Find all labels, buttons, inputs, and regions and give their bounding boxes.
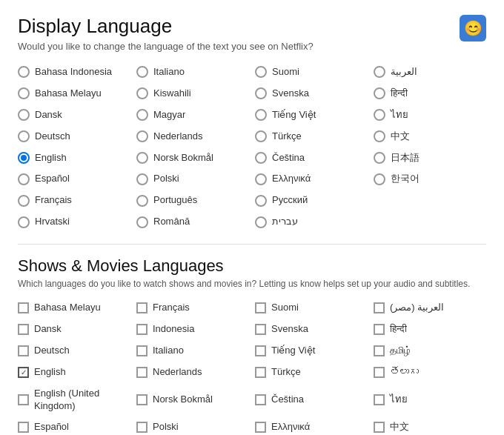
checkbox[interactable]: ✓ — [18, 367, 29, 378]
display-lang-item[interactable]: Italiano — [136, 64, 249, 81]
radio-button[interactable] — [374, 152, 385, 164]
radio-button[interactable] — [136, 87, 148, 99]
checkbox[interactable] — [255, 324, 266, 335]
checkbox[interactable] — [374, 367, 385, 378]
radio-button[interactable] — [136, 130, 148, 142]
checkbox[interactable] — [136, 345, 147, 356]
display-lang-item[interactable]: Português — [136, 192, 249, 209]
radio-button[interactable] — [374, 66, 385, 78]
radio-button[interactable] — [374, 173, 385, 185]
checkbox[interactable] — [374, 345, 385, 356]
checkbox[interactable] — [18, 422, 29, 433]
shows-lang-item[interactable]: ไทย — [374, 385, 486, 415]
shows-lang-item[interactable]: Italiano — [136, 342, 249, 359]
display-lang-item[interactable]: Русский — [255, 192, 368, 209]
shows-lang-item[interactable]: ✓English — [18, 364, 130, 381]
shows-lang-item[interactable]: English (United Kingdom) — [18, 385, 130, 415]
radio-button[interactable] — [255, 109, 267, 121]
radio-button[interactable] — [136, 195, 148, 207]
radio-button[interactable] — [255, 195, 267, 207]
radio-button[interactable] — [18, 130, 30, 142]
display-lang-item[interactable]: Polski — [136, 170, 249, 187]
display-lang-item[interactable]: हिन्दी — [374, 85, 486, 102]
shows-lang-item[interactable]: Español — [18, 419, 130, 435]
shows-lang-item[interactable]: Suomi — [255, 299, 368, 316]
display-lang-item[interactable]: Română — [136, 213, 249, 230]
radio-button[interactable] — [255, 173, 267, 185]
shows-lang-item[interactable]: Tiếng Việt — [255, 342, 368, 359]
radio-button[interactable] — [255, 152, 267, 164]
display-lang-item[interactable]: 한국어 — [374, 170, 486, 187]
shows-lang-item[interactable]: Nederlands — [136, 364, 249, 381]
radio-button[interactable] — [374, 87, 385, 99]
radio-button[interactable] — [18, 87, 30, 99]
radio-button[interactable] — [18, 195, 30, 207]
display-lang-item[interactable]: ไทย — [374, 107, 486, 124]
radio-button[interactable] — [255, 66, 267, 78]
shows-lang-item[interactable]: Čeština — [255, 385, 368, 415]
checkbox[interactable] — [136, 324, 147, 335]
checkbox[interactable] — [374, 324, 385, 335]
shows-lang-item[interactable]: Polski — [136, 419, 249, 435]
radio-button[interactable] — [136, 216, 148, 228]
display-lang-item[interactable]: English — [18, 150, 130, 167]
radio-button[interactable] — [18, 173, 30, 185]
radio-button[interactable] — [255, 216, 267, 228]
display-lang-item[interactable]: Suomi — [255, 64, 368, 81]
shows-lang-item[interactable]: Indonesia — [136, 321, 249, 338]
display-lang-item[interactable]: Türkçe — [255, 128, 368, 145]
radio-button[interactable] — [136, 173, 148, 185]
display-lang-item[interactable]: Norsk Bokmål — [136, 150, 249, 167]
display-lang-item[interactable]: Bahasa Indonesia — [18, 64, 130, 81]
display-lang-item[interactable]: Ελληνικά — [255, 170, 368, 187]
display-lang-item[interactable]: 日本語 — [374, 150, 486, 167]
checkbox[interactable] — [136, 422, 147, 433]
display-lang-item[interactable]: Español — [18, 170, 130, 187]
checkbox[interactable] — [255, 394, 266, 405]
shows-lang-item[interactable]: 中文 — [374, 419, 486, 435]
radio-button[interactable] — [374, 109, 385, 121]
checkbox[interactable] — [136, 302, 147, 313]
radio-button[interactable] — [18, 152, 30, 164]
radio-button[interactable] — [255, 87, 267, 99]
checkbox[interactable] — [18, 324, 29, 335]
shows-lang-item[interactable]: Deutsch — [18, 342, 130, 359]
shows-lang-item[interactable]: Norsk Bokmål — [136, 385, 249, 415]
checkbox[interactable] — [136, 394, 147, 405]
radio-button[interactable] — [18, 216, 30, 228]
checkbox[interactable] — [18, 302, 29, 313]
display-lang-item[interactable]: Hrvatski — [18, 213, 130, 230]
display-lang-item[interactable]: Français — [18, 192, 130, 209]
display-lang-item[interactable]: 中文 — [374, 128, 486, 145]
display-lang-item[interactable]: Dansk — [18, 107, 130, 124]
radio-button[interactable] — [18, 109, 30, 121]
radio-button[interactable] — [374, 130, 385, 142]
shows-lang-item[interactable]: தமிழ் — [374, 342, 486, 359]
display-lang-item[interactable]: Deutsch — [18, 128, 130, 145]
checkbox[interactable] — [18, 345, 29, 356]
display-lang-item[interactable] — [374, 213, 486, 230]
display-lang-item[interactable]: العربية — [374, 64, 486, 81]
checkbox[interactable] — [255, 422, 266, 433]
display-lang-item[interactable]: Nederlands — [136, 128, 249, 145]
checkbox[interactable] — [255, 302, 266, 313]
radio-button[interactable] — [255, 130, 267, 142]
shows-lang-item[interactable]: Svenska — [255, 321, 368, 338]
radio-button[interactable] — [136, 66, 148, 78]
shows-lang-item[interactable]: Türkçe — [255, 364, 368, 381]
display-lang-item[interactable]: Bahasa Melayu — [18, 85, 130, 102]
radio-button[interactable] — [136, 109, 148, 121]
shows-lang-item[interactable]: Français — [136, 299, 249, 316]
radio-button[interactable] — [136, 152, 148, 164]
shows-lang-item[interactable]: తెలుగు — [374, 364, 486, 381]
display-lang-item[interactable]: עברית — [255, 213, 368, 230]
display-lang-item[interactable]: Kiswahili — [136, 85, 249, 102]
shows-lang-item[interactable]: हिन्दी — [374, 321, 486, 338]
display-lang-item[interactable] — [374, 192, 486, 209]
checkbox[interactable] — [374, 302, 385, 313]
display-lang-item[interactable]: Tiếng Việt — [255, 107, 368, 124]
checkbox[interactable] — [374, 394, 385, 405]
shows-lang-item[interactable]: Dansk — [18, 321, 130, 338]
shows-lang-item[interactable]: Bahasa Melayu — [18, 299, 130, 316]
radio-button[interactable] — [18, 66, 30, 78]
